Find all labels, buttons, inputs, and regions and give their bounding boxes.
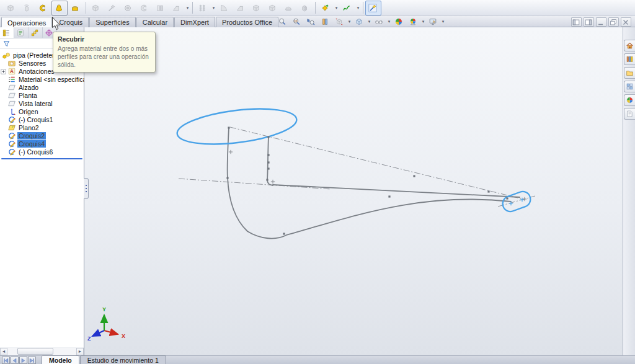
recubrir-button[interactable] bbox=[51, 1, 68, 16]
tab-superficies[interactable]: Superficies bbox=[89, 17, 135, 27]
saliente-base-por-limite-button[interactable] bbox=[68, 1, 84, 16]
minimizar-button[interactable] bbox=[596, 17, 606, 27]
opciones-de-visualizacion-button[interactable] bbox=[426, 17, 440, 27]
section-icon bbox=[320, 17, 329, 26]
biblioteca-de-diseno-button[interactable] bbox=[624, 53, 635, 65]
bottom-tab-modelo[interactable]: Modelo bbox=[42, 355, 79, 364]
panel-tab-configurationmanager[interactable] bbox=[29, 27, 43, 38]
book-gray-icon bbox=[156, 4, 165, 12]
tree-item-origen[interactable]: Origen bbox=[0, 107, 84, 115]
mostrar-panel-izquierdo-button[interactable] bbox=[571, 17, 582, 27]
simetria-button bbox=[297, 1, 313, 16]
corte-por-limite-dropdown-arrow[interactable]: ▾ bbox=[185, 6, 190, 11]
cupula-button bbox=[281, 1, 297, 16]
rollback-bar[interactable] bbox=[1, 158, 82, 159]
explorador-de-archivos-button[interactable] bbox=[624, 67, 635, 79]
zoom-encuadre-button[interactable] bbox=[275, 17, 290, 27]
motion-manager-bar: ModeloEstudio de movimiento 1 bbox=[0, 355, 635, 364]
cube-gray-icon bbox=[6, 4, 16, 12]
house-icon bbox=[625, 42, 634, 50]
tree-item-label: Sensores bbox=[17, 60, 47, 67]
panel-tab-featuremanager[interactable] bbox=[0, 27, 14, 38]
scene-ball-icon bbox=[408, 17, 417, 26]
extruir-corte-button bbox=[88, 1, 104, 16]
hscroll-track[interactable] bbox=[7, 348, 76, 355]
ocultar-mostrar-elementos-button[interactable] bbox=[372, 17, 386, 27]
motion-nav-inicio-button[interactable] bbox=[2, 357, 10, 364]
corte-recubierto-button bbox=[153, 1, 169, 16]
hscroll-right-button[interactable]: ► bbox=[76, 348, 84, 355]
geometria-de-referencia-dropdown-arrow[interactable]: ▾ bbox=[334, 6, 339, 11]
magnifier-area-icon bbox=[291, 17, 301, 26]
expand-plus-icon[interactable] bbox=[0, 68, 7, 75]
motion-nav-avanzar-button[interactable] bbox=[19, 357, 27, 364]
revolucion-saliente-base-button bbox=[19, 1, 35, 16]
tree-item-croquis6[interactable]: (-) Croquis6 bbox=[0, 148, 84, 156]
vista-de-seccion-button[interactable] bbox=[318, 17, 332, 27]
tree-item-plano2[interactable]: Plano2 bbox=[0, 123, 84, 131]
tree-item-label: Alzado bbox=[17, 84, 40, 91]
estilo-de-visualizacion-dropdown-arrow[interactable]: ▾ bbox=[366, 19, 372, 24]
tree-item-croquis4[interactable]: Croquis4 bbox=[0, 140, 84, 148]
tooltip-recubrir: Recubrir Agrega material entre dos o más… bbox=[53, 32, 156, 73]
tab-operaciones[interactable]: Operaciones bbox=[1, 17, 52, 28]
tree-item-croquis2[interactable]: Croquis2 bbox=[0, 131, 84, 140]
command-manager-toolbar: ▾▾▾▾ bbox=[0, 0, 635, 16]
geometria-de-referencia-button[interactable] bbox=[318, 1, 334, 16]
extruir-saliente-base-button bbox=[3, 1, 19, 16]
apariencias-escenas-button[interactable] bbox=[624, 94, 635, 106]
saliente-base-barrido-button[interactable] bbox=[35, 1, 51, 16]
hscroll-left-button[interactable]: ◄ bbox=[0, 348, 7, 355]
matriz-lineal-dropdown-arrow[interactable]: ▾ bbox=[211, 6, 216, 11]
tab-productos-office[interactable]: Productos Office bbox=[216, 17, 278, 27]
panel-hscrollbar[interactable]: ◄ ► bbox=[0, 347, 84, 355]
tree-item-alzado[interactable]: Alzado bbox=[0, 83, 84, 91]
tab-dimxpert[interactable]: DimXpert bbox=[174, 17, 215, 27]
panel-splitter-grip[interactable] bbox=[84, 178, 89, 199]
toolbar-separator bbox=[363, 2, 363, 14]
orientacion-de-vista-dropdown-arrow[interactable]: ▾ bbox=[347, 19, 352, 24]
motion-nav-retroceder-button[interactable] bbox=[11, 357, 19, 364]
tree-item-planta[interactable]: Planta bbox=[0, 91, 84, 99]
editar-apariencia-button[interactable] bbox=[392, 17, 406, 27]
mostrar-panel-derecho-button[interactable] bbox=[584, 17, 594, 27]
sketch-geometry[interactable]: XYZ bbox=[84, 27, 623, 355]
sketch-icon bbox=[7, 148, 16, 156]
estilo-de-visualizacion-button[interactable] bbox=[352, 17, 366, 27]
cerrar-button[interactable] bbox=[621, 17, 631, 27]
recursos-de-solidworks-button[interactable] bbox=[624, 40, 635, 51]
tab-calcular[interactable]: Calcular bbox=[136, 17, 174, 27]
curvas-dropdown-arrow[interactable]: ▾ bbox=[355, 6, 361, 11]
zoom-area-button[interactable] bbox=[290, 17, 304, 27]
toolbar-separator bbox=[192, 2, 193, 14]
tree-item-vista-lateral[interactable]: Vista lateral bbox=[0, 99, 84, 107]
aplicar-escena-dropdown-arrow[interactable]: ▾ bbox=[420, 19, 426, 24]
instant3d-button[interactable] bbox=[365, 1, 381, 16]
round-gray-icon bbox=[123, 4, 133, 12]
tree-item-label: (-) Croquis6 bbox=[17, 148, 54, 156]
plane-icon bbox=[7, 83, 16, 92]
hscroll-thumb[interactable] bbox=[17, 348, 53, 355]
corte-barrido-button bbox=[136, 1, 153, 16]
tree-item-croquis1[interactable]: (-) Croquis1 bbox=[0, 115, 84, 123]
bottom-tab-estudio-de-movimiento-1[interactable]: Estudio de movimiento 1 bbox=[80, 355, 166, 364]
aplicar-escena-button[interactable] bbox=[406, 17, 420, 27]
ocultar-mostrar-elementos-dropdown-arrow[interactable]: ▾ bbox=[386, 19, 392, 24]
opciones-de-visualizacion-dropdown-arrow[interactable]: ▾ bbox=[440, 19, 446, 24]
corte-por-limite-button bbox=[169, 1, 185, 16]
propiedades-personalizadas-button[interactable] bbox=[624, 108, 635, 120]
tree-item-material-sin-especificar[interactable]: Material <sin especificar> bbox=[0, 75, 84, 83]
cube-gray-icon bbox=[91, 4, 100, 12]
graphics-area[interactable]: XYZ bbox=[84, 27, 623, 355]
paleta-de-vistas-button[interactable] bbox=[624, 81, 635, 92]
loft-yellow-icon bbox=[55, 4, 64, 12]
curvas-button[interactable] bbox=[339, 1, 355, 16]
zoom-previo-button[interactable] bbox=[304, 17, 318, 27]
restaurar-button[interactable] bbox=[608, 17, 619, 27]
orientacion-de-vista-button[interactable] bbox=[332, 17, 347, 27]
motion-nav-fin-button[interactable] bbox=[28, 357, 36, 364]
panel-tab-propertymanager[interactable] bbox=[14, 27, 29, 38]
plane-icon bbox=[7, 91, 16, 100]
svg-text:Z: Z bbox=[87, 335, 91, 342]
mirror-gray-icon bbox=[300, 4, 309, 12]
